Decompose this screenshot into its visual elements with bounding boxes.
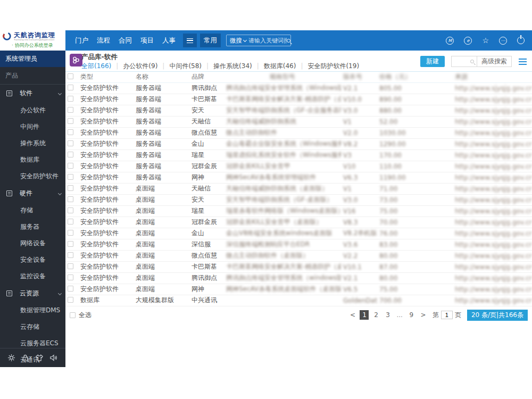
sidebar-item[interactable]: 云存储	[0, 319, 65, 335]
table-row[interactable]: 安全防护软件 服务器端 微点佰慧 微点主动防御软件 V2.0 1030.00 h…	[65, 127, 532, 138]
row-checkbox[interactable]	[68, 207, 73, 213]
table-row[interactable]: 安全防护软件 桌面端 微点佰慧 微点主动防御软件（桌面版） V2.2 80.00…	[65, 250, 532, 261]
sidebar-item[interactable]: 数据库	[0, 152, 65, 168]
sidebar-item[interactable]: 安全防护软件	[0, 168, 65, 185]
table-search-input[interactable]	[452, 57, 468, 66]
sidebar-item[interactable]: 云资源	[0, 285, 65, 302]
favorites-star-icon[interactable]: ☆	[482, 37, 489, 44]
advanced-search-button[interactable]: 高级搜索	[477, 56, 511, 66]
category-tab[interactable]: 数据库(46)	[252, 62, 296, 71]
row-checkbox[interactable]	[68, 107, 73, 113]
new-button[interactable]: 新建	[420, 56, 445, 67]
row-checkbox[interactable]	[68, 230, 73, 236]
table-row[interactable]: 安全防护软件 桌面端 冠群金辰 冠群金辰KILL安全胄甲（桌面版） V8.3 7…	[65, 217, 532, 228]
search-icon[interactable]	[470, 60, 474, 63]
column-header-source-blurred[interactable]: 来源	[453, 72, 532, 82]
category-tab[interactable]: 操作系统(34)	[202, 62, 252, 71]
table-row[interactable]: 安全防护软件 服务器端 卡巴斯基 卡巴斯基网络安全解决方案-精选防护（企业版） …	[65, 94, 532, 105]
sidebar-item[interactable]: 数据管理DMS	[0, 302, 65, 319]
volume-icon[interactable]	[49, 354, 58, 362]
role-header[interactable]: 系统管理员	[0, 51, 65, 67]
table-row[interactable]: 安全防护软件 服务器端 天融信 天融信终端威胁防御系统 V1 52.00 htt…	[65, 116, 532, 127]
nav-item[interactable]: 人事	[158, 30, 180, 51]
table-row[interactable]: 安全防护软件 桌面端 卡巴斯基 卡巴斯基网络安全解决方案-精选防护（桌面） - …	[65, 261, 532, 272]
sidebar-item[interactable]: 操作系统	[0, 135, 65, 152]
nav-item[interactable]: 流程	[93, 30, 114, 51]
row-checkbox[interactable]	[68, 129, 73, 135]
sidebar-item[interactable]: 中间件	[0, 119, 65, 135]
table-row[interactable]: 安全防护软件 服务器端 安天 安天智甲终端防御系统（GF-企业服务器版） V3.…	[65, 105, 532, 116]
page-button[interactable]: 9	[407, 310, 416, 320]
search-icon[interactable]	[287, 39, 290, 43]
select-all-checkbox[interactable]	[70, 312, 76, 318]
menu-toggle-button[interactable]	[183, 34, 197, 47]
table-row[interactable]: 安全防护软件 服务器端 腾讯御点 腾讯御点终端安全管理系统（Windows版） …	[65, 82, 532, 94]
table-row[interactable]: 安全防护软件 桌面端 金山 金山V8终端安全系统windows桌面版 V8.2单…	[65, 228, 532, 239]
row-checkbox[interactable]	[68, 140, 73, 146]
row-checkbox[interactable]	[68, 286, 73, 292]
table-row[interactable]: 安全防护软件 服务器端 网神 网神SecAV杀毒系统管理端软件 V6.3 119…	[65, 172, 532, 183]
row-checkbox[interactable]	[68, 118, 73, 124]
category-tab[interactable]: 安全防护软件(19)	[296, 62, 359, 71]
table-row[interactable]: 安全防护软件 桌面端 瑞星 瑞星杀毒软件网络版（Windows桌面版） V16 …	[65, 205, 532, 217]
table-row[interactable]: 安全防护软件 桌面端 深信服 深信服终端检测响应平台EDR V3.6 83.00…	[65, 239, 532, 250]
list-view-icon[interactable]	[519, 59, 527, 65]
column-header-type[interactable]: 类型	[78, 72, 134, 82]
global-search-box[interactable]: 微搜	[226, 35, 291, 46]
more-icon[interactable]: ⋯	[499, 37, 507, 45]
sidebar-item[interactable]: 安全设备	[0, 252, 65, 268]
column-header-name[interactable]: 名称	[134, 72, 189, 82]
system-login-label[interactable]: · 协同办公系统登录	[12, 42, 63, 49]
lock-icon[interactable]	[21, 354, 29, 362]
row-checkbox[interactable]	[68, 163, 73, 169]
row-checkbox[interactable]	[68, 219, 73, 225]
table-row[interactable]: 安全防护软件 服务器端 瑞星 瑞星虚拟化系统安全软件（Windows服务器） V…	[65, 149, 532, 161]
row-checkbox[interactable]	[68, 263, 73, 269]
nav-item[interactable]: 合同	[114, 30, 136, 51]
row-checkbox[interactable]	[68, 196, 73, 202]
sidebar-item[interactable]: 办公软件	[0, 102, 65, 119]
page-button[interactable]: 3	[383, 310, 392, 320]
page-jump-input[interactable]	[441, 311, 453, 319]
sidebar-item[interactable]: 监控设备	[0, 268, 65, 285]
row-checkbox[interactable]	[68, 152, 73, 157]
page-button[interactable]: 2	[371, 310, 380, 320]
header-checkbox[interactable]	[68, 73, 73, 79]
page-size-summary-badge[interactable]: 20 条/页|共166条	[467, 310, 528, 321]
category-tab[interactable]: 中间件(58)	[157, 62, 202, 71]
category-tab[interactable]: 全部(166)	[81, 62, 111, 71]
column-header-price-blurred[interactable]: 价格（元）	[377, 72, 453, 82]
row-checkbox[interactable]	[68, 185, 73, 191]
global-search-input[interactable]	[248, 37, 287, 44]
m-badge-icon[interactable]: M	[446, 37, 454, 45]
table-row[interactable]: 安全防护软件 服务器端 冠群金辰 冠群金辰KILL安全胄甲 V10 110.00…	[65, 161, 532, 172]
service-icon[interactable]: e	[464, 37, 472, 45]
page-button[interactable]: <	[348, 310, 357, 320]
page-button[interactable]: >	[419, 310, 428, 320]
column-header-spec-blurred[interactable]: 规格型号	[224, 72, 341, 82]
row-checkbox[interactable]	[68, 297, 73, 303]
sidebar-item[interactable]: 硬件	[0, 185, 65, 202]
column-header-brand[interactable]: 品牌	[189, 72, 224, 82]
pinned-tab[interactable]: 常用	[200, 34, 221, 47]
sidebar-item[interactable]: 存储	[0, 202, 65, 219]
theme-shirt-icon[interactable]	[35, 354, 44, 362]
select-all-control[interactable]: 全选	[70, 311, 92, 320]
row-checkbox[interactable]	[68, 96, 73, 102]
sidebar-item[interactable]: 网络设备	[0, 235, 65, 252]
sidebar-item[interactable]: 软件	[0, 85, 65, 102]
table-row[interactable]: 数据库 大规模集群版 中兴通讯 GoldenData s... 700.00 h…	[65, 295, 532, 306]
row-checkbox[interactable]	[68, 241, 73, 247]
sidebar-item[interactable]: 服务器	[0, 219, 65, 235]
table-row[interactable]: 安全防护软件 桌面端 安天 安天智甲终端防御系统（GF-桌面版） V3.0 73…	[65, 194, 532, 205]
search-scope-dropdown[interactable]: 微搜	[230, 37, 242, 45]
page-button[interactable]: 1	[360, 310, 369, 320]
column-header-version-blurred[interactable]: 版本号	[341, 72, 377, 82]
row-checkbox[interactable]	[68, 174, 73, 180]
table-row[interactable]: 安全防护软件 桌面端 网神 网神SecAV杀毒系统桌面端软件（桌面版） V6.5…	[65, 284, 532, 295]
power-logout-icon[interactable]	[517, 37, 525, 44]
gear-icon[interactable]	[7, 354, 15, 362]
nav-item[interactable]: 项目	[136, 30, 158, 51]
category-tab[interactable]: 办公软件(9)	[111, 62, 157, 71]
row-checkbox[interactable]	[68, 252, 73, 258]
